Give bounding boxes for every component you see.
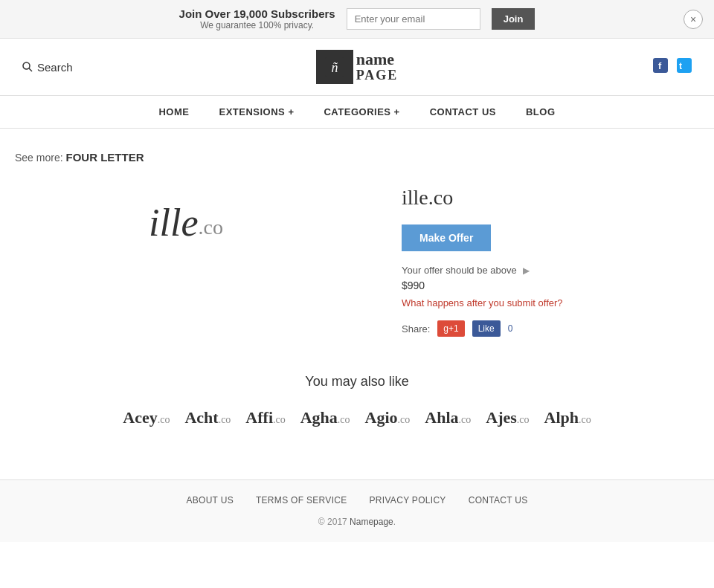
domain-card-name: Acht (184, 408, 218, 427)
domain-section: ille.co ille.co Make Offer Your offer sh… (15, 178, 699, 337)
footer-copyright: © 2017 Namepage. (0, 517, 714, 527)
search-label: Search (37, 61, 73, 74)
nav-blog[interactable]: BLOG (526, 106, 556, 117)
domain-card-tld: .co (459, 414, 472, 426)
also-like-title: You may also like (15, 374, 699, 390)
domain-tld-display: .co (198, 216, 222, 239)
domain-card-name: Agio (365, 408, 398, 427)
domain-card[interactable]: Agha.co (300, 408, 350, 427)
domain-card-name: Alph (544, 408, 579, 427)
breadcrumb-prefix: See more: (15, 152, 63, 164)
offer-price: $990 (402, 280, 699, 291)
banner-sub-text: We guarantee 100% privacy. (179, 20, 335, 30)
facebook-icon: f (653, 58, 668, 73)
banner-main-text: Join Over 19,000 Subscribers (179, 7, 335, 20)
twitter-icon: t (677, 58, 692, 73)
offer-info: Your offer should be above ▶ (402, 265, 699, 276)
nav-contact[interactable]: CONTACT US (430, 106, 496, 117)
domain-card-tld: .co (398, 414, 411, 426)
domain-card-tld: .co (219, 414, 231, 426)
domain-logo: ille.co (149, 201, 223, 245)
join-button[interactable]: Join (492, 8, 536, 30)
svg-text:t: t (679, 61, 682, 71)
domain-card-name: Ajes (486, 408, 517, 427)
share-label: Share: (402, 323, 430, 335)
domain-card[interactable]: Agio.co (365, 408, 411, 427)
facebook-like-button[interactable]: Like (472, 320, 501, 337)
domain-card-name: Acey (123, 408, 157, 427)
breadcrumb: See more: FOUR LETTER (15, 151, 699, 164)
domain-card[interactable]: Ahla.co (425, 408, 471, 427)
domain-card-name: Agha (300, 408, 338, 427)
footer-brand-link[interactable]: Namepage (350, 517, 393, 527)
search-icon (22, 62, 33, 72)
logo-page: PAGE (356, 68, 399, 83)
domain-logo-text: ille.co (149, 204, 223, 243)
domain-info: ille.co Make Offer Your offer should be … (402, 178, 699, 337)
facebook-link[interactable]: f (653, 58, 668, 77)
domain-card[interactable]: Ajes.co (486, 408, 529, 427)
domain-card[interactable]: Acht.co (184, 408, 231, 427)
nav-home[interactable]: HOME (158, 106, 189, 117)
search-button[interactable]: Search (22, 61, 112, 74)
svg-point-0 (23, 62, 30, 69)
domain-card[interactable]: Alph.co (544, 408, 591, 427)
domain-card-tld: .co (338, 414, 350, 426)
logo-name: name (356, 51, 399, 68)
domain-title: ille.co (402, 186, 699, 210)
facebook-count: 0 (504, 322, 518, 335)
main-content: See more: FOUR LETTER ille.co ille.co Ma… (0, 129, 714, 450)
domain-card[interactable]: Affi.co (245, 408, 285, 427)
gplus-button[interactable]: g+1 (437, 320, 464, 337)
email-input[interactable] (347, 8, 480, 30)
footer-links: ABOUT USTERMS OF SERVICEPRIVACY POLICYCO… (0, 495, 714, 505)
header: Search ñ name PAGE f t (0, 39, 714, 96)
also-like-grid: Acey.coAcht.coAffi.coAgha.coAgio.coAhla.… (15, 408, 699, 427)
twitter-link[interactable]: t (677, 58, 692, 77)
top-banner: Join Over 19,000 Subscribers We guarante… (0, 0, 714, 39)
also-like-section: You may also like Acey.coAcht.coAffi.coA… (15, 374, 699, 427)
svg-text:f: f (658, 60, 662, 71)
social-links: f t (602, 58, 692, 77)
footer-link-about[interactable]: ABOUT US (186, 495, 234, 505)
domain-card-tld: .co (158, 414, 170, 426)
domain-card[interactable]: Acey.co (123, 408, 170, 427)
domain-card-tld: .co (273, 414, 286, 426)
svg-text:ñ: ñ (331, 60, 338, 75)
banner-text: Join Over 19,000 Subscribers We guarante… (179, 7, 335, 30)
domain-card-tld: .co (517, 414, 530, 426)
domain-card-name: Ahla (425, 408, 458, 427)
footer-link-terms[interactable]: TERMS OF SERVICE (256, 495, 347, 505)
make-offer-button[interactable]: Make Offer (402, 224, 491, 251)
logo[interactable]: ñ name PAGE (316, 50, 399, 84)
offer-link[interactable]: What happens after you submit offer? (402, 297, 699, 308)
share-row: Share: g+1 Like 0 (402, 320, 699, 337)
domain-card-name: Affi (245, 408, 273, 427)
offer-arrow-icon: ▶ (523, 265, 530, 276)
footer-link-privacy[interactable]: PRIVACY POLICY (370, 495, 446, 505)
banner-close-button[interactable]: × (684, 10, 703, 29)
domain-name-display: ille (149, 201, 198, 244)
domain-logo-area: ille.co (15, 178, 357, 267)
main-nav: HOME EXTENSIONS + CATEGORIES + CONTACT U… (0, 96, 714, 129)
nav-extensions[interactable]: EXTENSIONS + (219, 106, 294, 117)
footer: ABOUT USTERMS OF SERVICEPRIVACY POLICYCO… (0, 479, 714, 542)
svg-line-1 (29, 68, 32, 71)
nav-categories[interactable]: CATEGORIES + (324, 106, 399, 117)
footer-link-contact[interactable]: CONTACT US (469, 495, 528, 505)
fb-like-label: Like (478, 323, 495, 334)
logo-icon: ñ (324, 56, 346, 78)
breadcrumb-label: FOUR LETTER (65, 151, 144, 164)
domain-card-tld: .co (579, 414, 591, 426)
